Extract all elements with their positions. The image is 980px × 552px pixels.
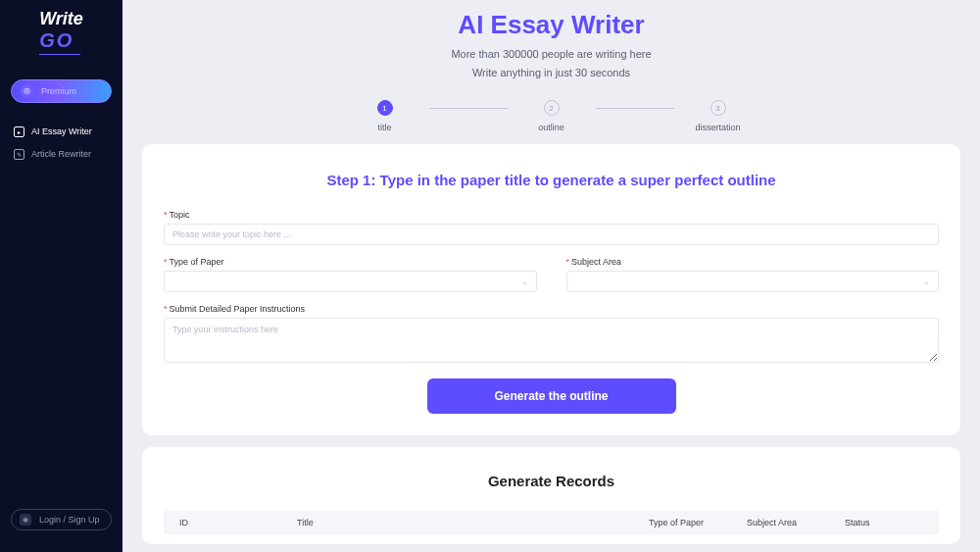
step-label-1: title	[377, 123, 391, 132]
step-outline: 2 outline	[508, 100, 596, 132]
subject-select[interactable]: ⌄	[566, 271, 940, 292]
records-table: ID Title Type of Paper Subject Area Stat…	[164, 511, 939, 534]
col-subject: Subject Area	[747, 518, 845, 527]
subject-field: *Subject Area ⌄	[566, 257, 940, 292]
type-field: *Type of Paper ⌄	[164, 257, 537, 292]
instructions-field: *Submit Detailed Paper Instructions	[164, 304, 939, 367]
premium-icon: ◎	[20, 84, 33, 98]
col-title: Title	[297, 518, 649, 527]
col-status: Status	[845, 518, 923, 527]
page-title: AI Essay Writer	[142, 10, 960, 40]
hero-subtitle-2: Write anything in just 30 seconds	[142, 67, 960, 78]
main-content: AI Essay Writer More than 300000 people …	[122, 0, 980, 552]
step-circle-3: 3	[710, 100, 726, 116]
topic-label: *Topic	[164, 210, 939, 220]
step-label-3: dissertation	[695, 123, 740, 132]
subject-label: *Subject Area	[566, 257, 940, 267]
chevron-down-icon: ⌄	[923, 277, 930, 286]
sidebar-item-label: AI Essay Writer	[31, 126, 92, 136]
login-button[interactable]: ◉ Login / Sign Up	[11, 509, 112, 530]
nav-list: ▸ AI Essay Writer ✎ Article Rewriter	[0, 121, 122, 166]
step-title: 1 title	[341, 100, 429, 132]
instructions-label: *Submit Detailed Paper Instructions	[164, 304, 939, 314]
logo-line2: GO	[39, 29, 74, 51]
hero-subtitle-1: More than 300000 people are writing here	[142, 48, 960, 60]
step-circle-2: 2	[544, 100, 560, 116]
records-card: Generate Records ID Title Type of Paper …	[142, 447, 960, 544]
step-circle-1: 1	[377, 100, 393, 116]
topic-input[interactable]	[164, 224, 939, 245]
generate-button[interactable]: Generate the outline	[427, 378, 676, 414]
premium-button[interactable]: ◎ Premium	[11, 79, 112, 103]
logo-line1: Write	[39, 9, 83, 28]
instructions-textarea[interactable]	[164, 318, 939, 363]
chevron-down-icon: ⌄	[521, 277, 528, 286]
col-type: Type of Paper	[649, 518, 747, 527]
login-label: Login / Sign Up	[39, 515, 100, 525]
user-icon: ◉	[20, 514, 31, 526]
topic-field: *Topic	[164, 210, 939, 245]
sidebar-item-label: Article Rewriter	[31, 149, 91, 159]
type-select[interactable]: ⌄	[164, 271, 537, 292]
records-table-header: ID Title Type of Paper Subject Area Stat…	[164, 511, 939, 534]
sidebar-item-article-rewriter[interactable]: ✎ Article Rewriter	[10, 143, 113, 166]
step-dissertation: 3 dissertation	[674, 100, 762, 132]
hero-section: AI Essay Writer More than 300000 people …	[122, 0, 980, 132]
rewrite-icon: ✎	[14, 149, 24, 160]
sidebar-item-essay-writer[interactable]: ▸ AI Essay Writer	[10, 121, 113, 143]
stepper: 1 title 2 outline 3 dissertation	[142, 100, 960, 132]
records-title: Generate Records	[164, 473, 939, 489]
form-card: Step 1: Type in the paper title to gener…	[142, 144, 960, 435]
play-icon: ▸	[14, 126, 24, 137]
form-title: Step 1: Type in the paper title to gener…	[164, 172, 939, 188]
logo-underline	[39, 54, 80, 55]
premium-label: Premium	[41, 86, 76, 96]
sidebar: Write GO ◎ Premium ▸ AI Essay Writer ✎ A…	[0, 0, 122, 552]
col-id: ID	[179, 518, 297, 527]
essay-form: *Topic *Type of Paper ⌄ *Subject Area ⌄	[164, 210, 939, 414]
step-line	[429, 108, 508, 109]
type-label: *Type of Paper	[164, 257, 537, 267]
logo: Write GO	[0, 0, 122, 65]
step-line	[596, 108, 674, 109]
step-label-2: outline	[538, 123, 564, 132]
